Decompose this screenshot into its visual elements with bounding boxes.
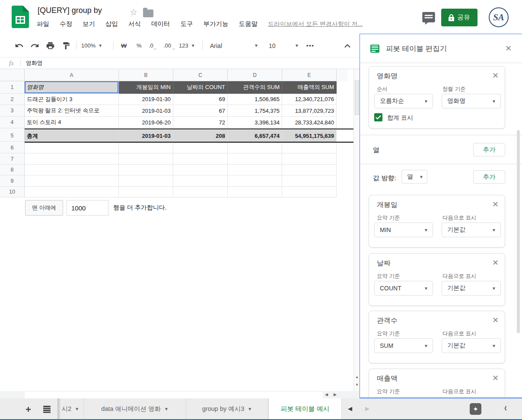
menu-tools[interactable]: 도구 [181, 20, 193, 28]
summarize-select[interactable]: MIN▼ [374, 223, 433, 237]
corner-header-cell[interactable] [0, 69, 25, 81]
show-totals-checkbox[interactable] [374, 113, 382, 121]
cell-C9[interactable] [173, 175, 228, 187]
remove-row-field-icon[interactable]: ✕ [492, 72, 499, 80]
number-format-dropdown[interactable]: 123 ▼ [179, 34, 195, 57]
cell-C1[interactable]: 날짜의 COUNT [173, 81, 228, 94]
sheet-tab-data[interactable]: data 애니메이션 영화 ▼ [84, 398, 186, 419]
remove-value-field-icon[interactable]: ✕ [492, 200, 499, 208]
paint-format-icon[interactable] [62, 34, 70, 57]
cell-B10[interactable] [119, 187, 173, 197]
cell-D8[interactable] [228, 165, 282, 175]
sheet-tab-partial[interactable]: 시2 ▼ [57, 398, 84, 419]
horizontal-scrollbar[interactable]: ◀ ▶ [0, 391, 360, 398]
sheet-tab-groupby[interactable]: group by 예시3 ▼ [186, 398, 268, 419]
row-header-8[interactable]: 8 [0, 165, 25, 175]
remove-value-field-icon[interactable]: ✕ [492, 374, 499, 382]
explore-icon[interactable]: ✦ [470, 403, 481, 415]
cell-E4[interactable]: 28,733,424,840 [282, 117, 337, 128]
scroll-left-icon[interactable]: ◀ [325, 392, 328, 397]
cell-A4[interactable]: 토이 스토리 4 [25, 117, 119, 128]
show-as-select[interactable]: 기본값▼ [442, 223, 501, 237]
values-direction-select[interactable]: 열 ▼ [401, 170, 427, 184]
sheet-tab-active-pivot[interactable]: 피봇 테이블 예시 [268, 398, 342, 419]
add-rows-count-input[interactable] [67, 200, 108, 216]
cell-C2[interactable]: 69 [173, 94, 228, 105]
column-header-B[interactable]: B [119, 69, 173, 81]
cell-E1[interactable]: 매출액의 SUM [282, 81, 337, 94]
cell-D10[interactable] [228, 187, 282, 197]
print-icon[interactable] [46, 34, 55, 57]
cell-C7[interactable] [173, 153, 228, 165]
move-folder-icon[interactable] [143, 10, 153, 17]
row-header-3[interactable]: 3 [0, 105, 25, 117]
row-header-2[interactable]: 2 [0, 94, 25, 105]
cell-A7[interactable] [25, 153, 119, 165]
add-rows-button[interactable]: 맨 아래에 [25, 200, 63, 216]
column-header-C[interactable]: C [173, 69, 228, 81]
column-header-A[interactable]: A [25, 69, 119, 81]
cell-D9[interactable] [228, 175, 282, 187]
menu-help[interactable]: 도움말 [239, 20, 258, 28]
menu-addons[interactable]: 부가기능 [204, 20, 229, 28]
cell-E7[interactable] [282, 153, 337, 165]
collapse-panel-icon[interactable]: ‹ [504, 402, 507, 414]
cell-E2[interactable]: 12,340,721,076 [282, 94, 337, 105]
collapse-toolbar-icon[interactable] [344, 34, 351, 57]
menu-insert[interactable]: 삽입 [105, 20, 118, 28]
menu-edit[interactable]: 수정 [60, 20, 72, 28]
cell-A5[interactable]: 총계 [25, 130, 119, 142]
cell-D3[interactable]: 1,754,375 [228, 105, 282, 117]
increase-decimal-button[interactable]: .00→ [163, 34, 175, 57]
column-header-F-partial[interactable] [337, 69, 347, 81]
tab-scroll-left-icon[interactable]: ◀ [348, 405, 352, 412]
summarize-select[interactable]: COUNT▼ [374, 281, 433, 296]
redo-icon[interactable] [30, 34, 39, 57]
menu-format[interactable]: 서식 [128, 20, 141, 28]
add-sheet-icon[interactable]: + [25, 404, 31, 415]
scroll-right-icon[interactable]: ▶ [334, 392, 337, 397]
add-column-button[interactable]: 추가 [473, 143, 505, 156]
cell-B2[interactable]: 2019-01-30 [119, 94, 173, 105]
tab-scroll-right-icon[interactable]: ▶ [365, 405, 369, 412]
menu-view[interactable]: 보기 [83, 20, 95, 28]
percent-format-button[interactable]: % [137, 34, 142, 57]
cell-C8[interactable] [173, 165, 228, 175]
show-as-select[interactable]: 기본값▼ [442, 338, 501, 353]
cell-D7[interactable] [228, 153, 282, 165]
column-header-E[interactable]: E [282, 69, 337, 81]
account-avatar[interactable]: SA [489, 7, 509, 27]
cell-D6[interactable] [228, 143, 282, 153]
row-header-1[interactable]: 1 [0, 81, 25, 94]
sheets-logo-icon[interactable] [12, 6, 29, 28]
cell-C3[interactable]: 67 [173, 105, 228, 117]
row-header-4[interactable]: 4 [0, 117, 25, 128]
cell-B4[interactable]: 2019-06-20 [119, 117, 173, 128]
row-header-5[interactable]: 5 [0, 130, 25, 142]
cell-A1-selected[interactable]: 영화명 [25, 81, 119, 94]
cell-D4[interactable]: 3,396,134 [228, 117, 282, 128]
row-header-7[interactable]: 7 [0, 153, 25, 165]
vertical-scrollbar[interactable]: ▲ ▼ [353, 69, 360, 391]
cell-B3[interactable]: 2019-01-03 [119, 105, 173, 117]
cell-B5[interactable]: 2019-01-03 [119, 130, 173, 142]
zoom-dropdown[interactable]: 100% ▼ [81, 34, 102, 57]
cell-E5[interactable]: 54,951,175,639 [282, 130, 337, 142]
cell-A9[interactable] [25, 175, 119, 187]
row-header-10[interactable]: 10 [0, 187, 25, 197]
remove-value-field-icon[interactable]: ✕ [492, 259, 499, 267]
sort-by-select[interactable]: 영화명 ▼ [442, 94, 501, 108]
all-sheets-menu-icon[interactable] [43, 406, 51, 407]
cell-B1[interactable]: 개봉일의 MIN [119, 81, 173, 94]
cell-E9[interactable] [282, 175, 337, 187]
cell-E10[interactable] [282, 187, 337, 197]
comment-history-icon[interactable] [421, 11, 436, 25]
font-size-dropdown[interactable]: 10 ▼ [269, 34, 299, 57]
cell-A3[interactable]: 주먹왕 랄프 2: 인터넷 속으로 [25, 105, 119, 117]
save-status-link[interactable]: 드라이브에서 모든 변경사항이 저... [268, 20, 363, 28]
menu-data[interactable]: 데이터 [151, 20, 170, 28]
decrease-decimal-button[interactable]: .0← [149, 34, 158, 57]
scroll-down-icon[interactable]: ▼ [354, 381, 360, 388]
cell-B7[interactable] [119, 153, 173, 165]
add-value-button[interactable]: 추가 [473, 170, 505, 184]
